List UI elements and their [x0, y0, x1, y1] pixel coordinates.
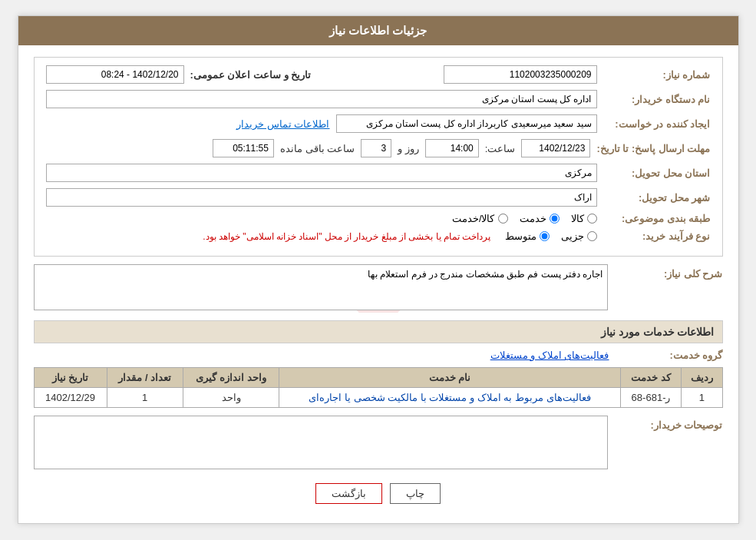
category-kala-item: کالا — [571, 213, 597, 224]
purchase-motavaset-label: متوسط — [505, 230, 536, 242]
province-label: استان محل تحویل: — [603, 167, 711, 179]
announcement-date-input[interactable] — [46, 65, 184, 84]
purchase-jazee-radio[interactable] — [587, 231, 597, 241]
need-number-label: شماره نیاز: — [603, 69, 711, 81]
category-radio-group: کالا خدمت کالا/خدمت — [452, 213, 597, 224]
creator-input — [336, 114, 597, 133]
category-khadamat-radio[interactable] — [550, 214, 560, 224]
purchase-type-note: پرداخت تمام یا بخشی از مبلغ خریدار از مح… — [203, 231, 490, 242]
purchase-motavaset-item: متوسط — [505, 230, 550, 242]
city-input — [46, 188, 597, 207]
cell-unit: واحد — [183, 388, 279, 408]
category-kala-khadamat-item: کالا/خدمت — [452, 213, 508, 224]
city-label: شهر محل تحویل: — [603, 192, 711, 204]
buyer-notes-input-wrapper — [34, 416, 608, 472]
cell-service-name: فعالیت‌های مربوط به املاک و مستغلات با م… — [279, 388, 621, 408]
back-button[interactable]: بازگشت — [315, 483, 382, 504]
services-section-title: اطلاعات خدمات مورد نیاز — [34, 320, 723, 343]
category-kala-khadamat-label: کالا/خدمت — [452, 213, 495, 224]
cell-service-code: ر-681-68 — [620, 388, 681, 408]
need-number-input[interactable] — [444, 65, 597, 84]
category-kala-label: کالا — [571, 213, 584, 224]
purchase-type-radio-group: جزیی متوسط — [505, 230, 597, 242]
cell-need-date: 1402/12/29 — [34, 388, 107, 408]
buyer-notes-section: توصیحات خریدار: — [34, 416, 723, 472]
row-buyer-org: نام دستگاه خریدار: — [46, 90, 711, 108]
creator-contact-link[interactable]: اطلاعات تماس خریدار — [236, 118, 329, 130]
deadline-days-input — [361, 139, 391, 157]
purchase-jazee-item: جزیی — [561, 230, 597, 242]
description-label: شرح کلی نیاز: — [616, 264, 723, 280]
row-service-group: گروه خدمت: فعالیت‌های املاک و مستغلات — [34, 350, 723, 361]
category-kala-khadamat-radio[interactable] — [498, 214, 508, 224]
buyer-org-label: نام دستگاه خریدار: — [603, 94, 711, 105]
service-group-link[interactable]: فعالیت‌های املاک و مستغلات — [490, 350, 609, 361]
category-khadamat-item: خدمت — [520, 213, 560, 224]
services-table-container: ردیف کد خدمت نام خدمت واحد اندازه گیری ت… — [34, 367, 723, 408]
category-label: طبقه بندی موضوعی: — [603, 213, 711, 224]
row-need-number: شماره نیاز: تاریخ و ساعت اعلان عمومی: — [46, 65, 711, 84]
content-area: شماره نیاز: تاریخ و ساعت اعلان عمومی: نا… — [18, 45, 738, 523]
buyer-notes-textarea[interactable] — [34, 416, 608, 469]
deadline-days-label: روز و — [398, 143, 419, 154]
buyer-org-input[interactable] — [46, 90, 597, 108]
deadline-remaining-input — [213, 139, 274, 157]
announcement-date-label: تاریخ و ساعت اعلان عمومی: — [190, 69, 312, 81]
deadline-remaining-label: ساعت باقی مانده — [280, 143, 355, 154]
row-creator: ایجاد کننده در خواست: اطلاعات تماس خریدا… — [46, 114, 711, 133]
col-service-code: کد خدمت — [620, 368, 681, 388]
col-quantity: تعداد / مقدار — [107, 368, 183, 388]
category-kala-radio[interactable] — [587, 214, 597, 224]
service-group-label: گروه خدمت: — [616, 350, 723, 361]
description-textarea[interactable]: اجاره دفتر پست فم طبق مشخصات مندرج در فر… — [34, 264, 608, 310]
row-province: استان محل تحویل: — [46, 164, 711, 182]
table-row: 1 ر-681-68 فعالیت‌های مربوط به املاک و م… — [34, 388, 722, 408]
row-city: شهر محل تحویل: — [46, 188, 711, 207]
col-unit: واحد اندازه گیری — [183, 368, 279, 388]
buyer-notes-label: توصیحات خریدار: — [616, 416, 723, 431]
main-info-section: شماره نیاز: تاریخ و ساعت اعلان عمومی: نا… — [34, 57, 723, 257]
cell-quantity: 1 — [107, 388, 183, 408]
page-header: جزئیات اطلاعات نیاز — [18, 16, 738, 45]
print-button[interactable]: چاپ — [390, 483, 441, 504]
buttons-row: چاپ بازگشت — [34, 483, 723, 504]
purchase-jazee-label: جزیی — [561, 230, 584, 242]
purchase-motavaset-radio[interactable] — [540, 231, 550, 241]
page-container: جزئیات اطلاعات نیاز شماره نیاز: تاریخ و … — [18, 15, 739, 524]
province-input — [46, 164, 597, 182]
description-section: AnaRender.NET شرح کلی نیاز: اجاره دفتر پ… — [34, 264, 723, 313]
services-table: ردیف کد خدمت نام خدمت واحد اندازه گیری ت… — [34, 367, 723, 408]
description-input-wrapper: اجاره دفتر پست فم طبق مشخصات مندرج در فر… — [34, 264, 608, 313]
deadline-date-input — [521, 139, 590, 157]
cell-row-num: 1 — [682, 388, 722, 408]
deadline-time-label: ساعت: — [485, 143, 516, 154]
category-khadamat-label: خدمت — [520, 213, 546, 224]
creator-label: ایجاد کننده در خواست: — [603, 118, 711, 130]
table-header-row: ردیف کد خدمت نام خدمت واحد اندازه گیری ت… — [34, 368, 722, 388]
page-title: جزئیات اطلاعات نیاز — [329, 24, 427, 37]
row-deadline: مهلت ارسال پاسخ: تا تاریخ: ساعت: روز و س… — [46, 139, 711, 157]
row-purchase-type: نوع فرآیند خرید: جزیی متوسط پرداخت تمام … — [46, 230, 711, 242]
purchase-type-label: نوع فرآیند خرید: — [603, 230, 711, 242]
row-category: طبقه بندی موضوعی: کالا خدمت کالا/خدمت — [46, 213, 711, 224]
col-row-num: ردیف — [682, 368, 722, 388]
deadline-label: مهلت ارسال پاسخ: تا تاریخ: — [596, 143, 710, 154]
deadline-time-input — [425, 139, 479, 157]
col-service-name: نام خدمت — [279, 368, 621, 388]
col-need-date: تاریخ نیاز — [34, 368, 107, 388]
